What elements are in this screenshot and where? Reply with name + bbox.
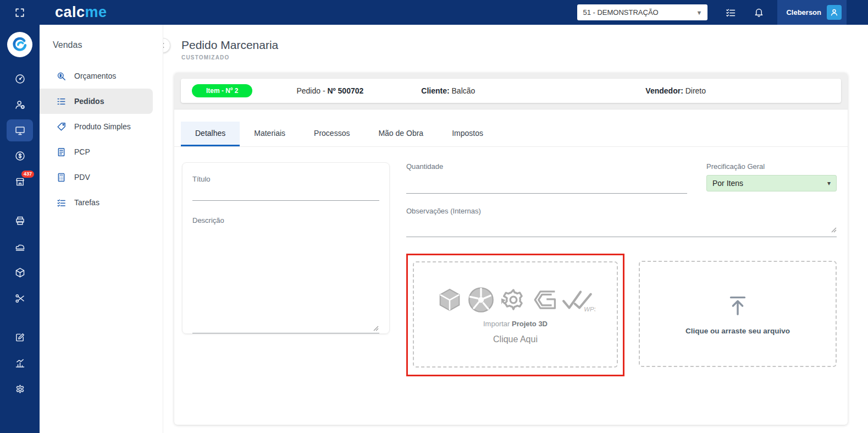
- search-icon: [56, 71, 67, 81]
- sidebar-item-label: Orçamentos: [74, 72, 116, 80]
- svg-text:WPS: WPS: [584, 306, 595, 313]
- rail-settings-icon[interactable]: [7, 376, 33, 402]
- order-summary-strip: Item - Nº 2 Pedido - Nº 500702 Cliente: …: [181, 79, 841, 103]
- sidebar-item-label: PCP: [74, 147, 90, 156]
- rail-reports-icon[interactable]: [7, 350, 33, 376]
- page-title: Pedido Marcenaria: [181, 39, 868, 52]
- user-avatar-icon: [827, 5, 842, 20]
- item-number-badge: Item - Nº 2: [192, 84, 252, 97]
- precificacao-value: Por Itens: [712, 179, 743, 188]
- upload-icon: [725, 293, 750, 318]
- sidebar-item-pedidos[interactable]: Pedidos: [40, 89, 153, 114]
- g-logo-icon: [530, 286, 559, 314]
- app-logo-icon[interactable]: [7, 32, 32, 57]
- sidebar-title: Vendas: [40, 25, 163, 50]
- orders-icon: [56, 96, 67, 107]
- precificacao-select[interactable]: Por Itens ▾: [706, 175, 837, 191]
- clique-aqui-text: Clique Aqui: [493, 335, 538, 344]
- precificacao-label: Precificação Geral: [706, 162, 837, 171]
- resize-handle-icon[interactable]: [373, 326, 379, 331]
- calcme-logo: calcme: [55, 4, 107, 21]
- resize-handle-icon[interactable]: [831, 227, 837, 233]
- main-content: Pedido Marcenaria CUSTOMIZADO Item - Nº …: [163, 25, 868, 433]
- red-highlight-annotation: WPS Importar Projeto 3D Clique Aqui: [406, 254, 624, 376]
- order-number: Pedido - Nº 500702: [296, 86, 363, 95]
- gear-cursor-icon: [499, 285, 528, 315]
- rail-customers-icon[interactable]: [7, 92, 33, 118]
- quantidade-label: Quantidade: [406, 162, 687, 171]
- cube-3d-icon: [436, 286, 463, 314]
- checklist-icon: [56, 198, 67, 208]
- topbar: calcme 51 - DEMONSTRAÇÃO ▼ Cleberson: [0, 0, 868, 25]
- icon-rail: 437: [0, 25, 40, 433]
- order-card-header: Item - Nº 2 Pedido - Nº 500702 Cliente: …: [174, 73, 848, 109]
- bell-icon[interactable]: [754, 7, 764, 18]
- rail-workstation-icon[interactable]: [7, 119, 33, 141]
- tab-processos[interactable]: Processos: [300, 122, 364, 146]
- wps-checkmarks-icon: WPS: [561, 287, 595, 313]
- store-count-badge: 437: [21, 171, 34, 178]
- tab-bar: Detalhes Materiais Processos Mão de Obra…: [174, 109, 848, 147]
- sidebar-item-label: PDV: [74, 173, 90, 182]
- rail-package-icon[interactable]: [7, 260, 33, 286]
- chevron-down-icon: ▾: [827, 179, 831, 187]
- import-3d-dropzone[interactable]: WPS Importar Projeto 3D Clique Aqui: [413, 261, 618, 368]
- titulo-input[interactable]: [192, 183, 379, 201]
- descricao-label: Descrição: [192, 216, 379, 224]
- tab-mao-de-obra[interactable]: Mão de Obra: [364, 122, 438, 146]
- quantidade-input[interactable]: [406, 176, 687, 194]
- rail-store-icon[interactable]: 437: [7, 169, 33, 195]
- rail-scissors-icon[interactable]: [7, 286, 33, 311]
- tab-materiais[interactable]: Materiais: [240, 122, 300, 146]
- saw-blade-icon: [466, 284, 496, 315]
- observacoes-label: Observações (Internas): [406, 207, 837, 215]
- tag-icon: [56, 122, 67, 132]
- page-subtitle: CUSTOMIZADO: [181, 54, 868, 61]
- upload-dropzone-label: Clique ou arraste seu arquivo: [685, 327, 790, 335]
- calculator-icon: [56, 172, 67, 183]
- sidebar-item-label: Pedidos: [74, 97, 104, 106]
- rail-finance-icon[interactable]: [7, 143, 33, 169]
- descricao-textarea[interactable]: [192, 230, 379, 333]
- sidebar-item-pcp[interactable]: PCP: [40, 139, 163, 165]
- sidebar-item-orcamentos[interactable]: Orçamentos: [40, 63, 163, 89]
- user-name: Cleberson: [786, 8, 821, 17]
- rail-machine-icon[interactable]: [7, 234, 33, 260]
- document-icon: [56, 147, 67, 157]
- sidebar-item-pdv[interactable]: PDV: [40, 165, 163, 190]
- file-upload-dropzone[interactable]: Clique ou arraste seu arquivo: [639, 261, 837, 367]
- rail-dashboard-icon[interactable]: [7, 66, 33, 92]
- sidebar-item-label: Produto Simples: [74, 122, 131, 131]
- importar-projeto-3d-text: Importar Projeto 3D: [483, 320, 548, 328]
- company-select-value: 51 - DEMONSTRAÇÃO: [583, 8, 658, 17]
- rail-printer-icon[interactable]: [7, 208, 33, 234]
- sidebar-item-produto-simples[interactable]: Produto Simples: [40, 114, 163, 139]
- expand-icon[interactable]: [14, 7, 25, 18]
- titulo-label: Título: [192, 175, 379, 183]
- order-card: Item - Nº 2 Pedido - Nº 500702 Cliente: …: [174, 73, 848, 425]
- sidebar-item-label: Tarefas: [74, 198, 99, 207]
- sidebar-item-tarefas[interactable]: Tarefas: [40, 190, 163, 215]
- sidebar: Vendas Orçamentos Pedidos Produto Simple…: [40, 25, 163, 433]
- user-menu[interactable]: Cleberson: [777, 0, 847, 25]
- observacoes-input[interactable]: [406, 220, 837, 237]
- company-select[interactable]: 51 - DEMONSTRAÇÃO ▼: [577, 4, 707, 20]
- tab-impostos[interactable]: Impostos: [438, 122, 497, 146]
- tab-detalhes[interactable]: Detalhes: [181, 122, 240, 146]
- chevron-down-icon: ▼: [696, 9, 703, 16]
- tasklist-icon[interactable]: [725, 7, 736, 18]
- rail-edit-icon[interactable]: [7, 325, 33, 350]
- title-description-card: Título Descrição: [182, 162, 390, 334]
- client-field: Cliente: Balcão: [421, 86, 475, 95]
- seller-field: Vendedor: Direto: [645, 86, 706, 95]
